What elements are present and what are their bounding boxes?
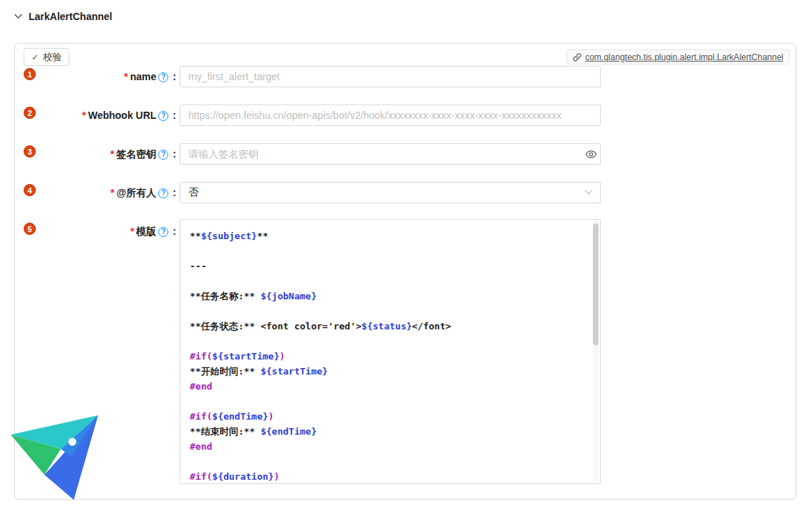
template-code-content: **${subject}** --- **任务名称:** ${jobName} … — [190, 228, 587, 484]
field-label-sign-secret: *签名密钥?: — [15, 147, 176, 161]
label-colon: : — [173, 71, 176, 82]
field-label-text: Webhook URL — [88, 110, 156, 121]
help-icon[interactable]: ? — [158, 188, 168, 198]
code-scrollbar-thumb[interactable] — [593, 223, 599, 345]
field-label-at-all: *@所有人?: — [15, 185, 176, 200]
validate-button-label: 校验 — [43, 51, 62, 64]
field-label-name: *name?: — [15, 69, 176, 84]
required-mark: * — [110, 187, 114, 198]
plugin-form-panel: ✓ 校验 com.qlangtech.tis.plugin.alert.impl… — [14, 43, 796, 500]
at-all-select[interactable]: 否 — [180, 182, 601, 203]
help-icon[interactable]: ? — [158, 150, 168, 160]
section-title: LarkAlertChannel — [29, 11, 112, 22]
field-label-text: name — [130, 71, 157, 82]
plugin-class-link[interactable]: com.qlangtech.tis.plugin.alert.impl.Lark… — [566, 49, 790, 64]
chevron-down-icon — [584, 189, 593, 195]
field-label-webhook-url: *Webhook URL?: — [15, 108, 176, 122]
check-icon: ✓ — [32, 52, 39, 62]
help-icon[interactable]: ? — [158, 111, 168, 121]
chevron-down-icon[interactable] — [14, 14, 22, 19]
lark-logo-icon — [9, 412, 102, 502]
select-value: 否 — [188, 186, 198, 199]
name-input[interactable] — [180, 66, 601, 87]
help-icon[interactable]: ? — [158, 227, 168, 237]
label-colon: : — [173, 148, 176, 160]
required-mark: * — [124, 71, 127, 82]
required-mark: * — [110, 148, 114, 160]
template-code-editor[interactable]: **${subject}** --- **任务名称:** ${jobName} … — [180, 219, 601, 484]
help-icon[interactable]: ? — [158, 72, 168, 82]
field-label-text: 模版 — [136, 226, 156, 237]
label-colon: : — [173, 226, 176, 237]
plugin-class-text: com.qlangtech.tis.plugin.alert.impl.Lark… — [585, 52, 783, 62]
eye-icon — [585, 148, 597, 160]
password-visibility-toggle[interactable] — [584, 147, 598, 161]
field-label-text: 签名密钥 — [116, 148, 156, 160]
field-label-template: *模版?: — [15, 224, 176, 238]
sign-secret-input[interactable] — [180, 143, 601, 165]
label-colon: : — [173, 187, 176, 198]
webhook-url-input[interactable] — [180, 105, 601, 126]
label-colon: : — [173, 110, 176, 121]
section-header[interactable]: LarkAlertChannel — [14, 9, 112, 24]
field-label-text: @所有人 — [117, 187, 157, 198]
required-mark: * — [130, 226, 134, 237]
required-mark: * — [82, 110, 85, 121]
validate-button[interactable]: ✓ 校验 — [24, 48, 69, 66]
link-icon — [573, 53, 581, 62]
